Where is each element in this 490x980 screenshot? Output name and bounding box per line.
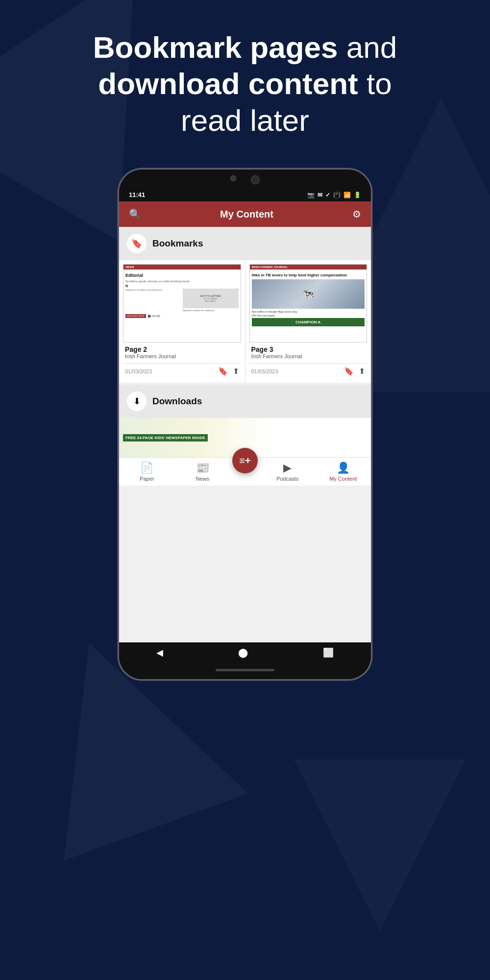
newspaper-sub-1: Numbers speak volumes on cattle finishin…	[125, 280, 239, 283]
bookmark-btn-2[interactable]: 🔖	[344, 367, 354, 376]
download-section-icon: ⬇	[127, 392, 147, 411]
search-icon[interactable]: 🔍	[129, 208, 141, 220]
fab-button[interactable]: ≡+	[232, 448, 258, 473]
phone-wrapper: 11:41 📷 ✉ ✓ 📳 📶 🔋 🔍 My Content ⚙	[0, 158, 490, 681]
paper-nav-icon: 📄	[140, 462, 153, 474]
newspaper-header-bar-2: IRISH FARMER JOURNAL	[250, 265, 367, 270]
status-bar: 11:41 📷 ✉ ✓ 📳 📶 🔋	[119, 188, 371, 201]
card-pub-2: Irish Farmers Journal	[251, 353, 366, 359]
newspaper-header-bar-1: NEWS	[123, 265, 241, 270]
status-time: 11:41	[129, 191, 145, 198]
newspaper-col-1b: SAY IT'S LETTING US GO, SWEET AND SANG! …	[183, 289, 239, 312]
app-title: My Content	[141, 209, 352, 220]
bookmark-card-2[interactable]: IRISH FARMER JOURNAL Hike in TB levies t…	[245, 260, 371, 383]
header-section: Bookmark pages and download content to r…	[0, 0, 490, 158]
bookmark-section-icon: 🔖	[127, 234, 147, 253]
settings-icon[interactable]: ⚙	[352, 208, 361, 220]
podcasts-nav-icon: ▶	[283, 462, 292, 474]
champion-bar: CHAMPION A	[252, 318, 365, 326]
headline-line-3: read later	[181, 103, 309, 137]
card-info-2: Page 3 Irish Farmers Journal	[249, 343, 368, 361]
front-camera-main	[251, 175, 260, 184]
bottom-nav: 📄 Paper 📰 News ≡+ ▶ Podcasts	[119, 457, 371, 486]
newspaper-thumb-2: IRISH FARMER JOURNAL Hike in TB levies t…	[249, 264, 368, 343]
nav-news[interactable]: 📰 News	[175, 462, 231, 482]
card-page-2: Page 3	[251, 345, 366, 353]
volume-button	[118, 258, 119, 282]
phone-chin	[119, 663, 371, 679]
headline-bold-2: download content	[98, 67, 358, 100]
vibrate-status-icon: 📳	[333, 192, 341, 198]
chin-bar	[216, 669, 274, 671]
downloads-title: Downloads	[152, 396, 202, 407]
card-actions-2: 01/03/2023 🔖 ⬆	[249, 363, 368, 379]
phone-nav-bar: ◀ ⬤ ⬜	[119, 642, 371, 663]
app-screen: 🔍 My Content ⚙ 🔖 Bookmarks NE	[119, 201, 371, 642]
card-buttons-1: 🔖 ⬆	[218, 367, 239, 376]
battery-status-icon: 🔋	[354, 192, 361, 198]
nav-my-content[interactable]: 👤 My Content	[316, 462, 371, 482]
recents-button[interactable]: ⬜	[323, 647, 334, 658]
newspaper-col-1a: Department soundbites not growing sector	[125, 289, 181, 312]
card-date-2: 01/03/2023	[251, 368, 278, 374]
nav-podcasts[interactable]: ▶ Podcasts	[260, 462, 316, 482]
bookmarks-grid: NEWS Editorial Numbers speak volumes on …	[119, 260, 371, 383]
power-button	[371, 268, 372, 302]
my-content-nav-label: My Content	[329, 476, 357, 482]
mail-status-icon: ✉	[318, 192, 322, 198]
headline-light-2: to	[358, 67, 392, 100]
newspaper-initial-1: N	[125, 284, 239, 288]
download-icon: ⬇	[133, 396, 141, 407]
card-buttons-2: 🔖 ⬆	[344, 367, 365, 376]
phone-device: 11:41 📷 ✉ ✓ 📳 📶 🔋 🔍 My Content ⚙	[118, 168, 372, 681]
newspaper-cols-1: Department soundbites not growing sector…	[125, 289, 239, 312]
card-actions-1: 01/03/2023 🔖 ⬆	[123, 363, 241, 379]
check-status-icon: ✓	[325, 192, 330, 198]
newspaper-headline-2: Hike in TB levies to help fund higher co…	[252, 273, 365, 278]
card-date-1: 01/03/2023	[125, 368, 152, 374]
bookmark-card-1[interactable]: NEWS Editorial Numbers speak volumes on …	[119, 260, 245, 383]
newspaper-headline-1: Editorial	[125, 273, 239, 278]
bookmark-btn-1[interactable]: 🔖	[218, 367, 228, 376]
share-btn-2[interactable]: ⬆	[359, 367, 365, 376]
card-info-1: Page 2 Irish Farmers Journal	[123, 343, 241, 361]
news-nav-icon: 📰	[196, 462, 209, 474]
app-header: 🔍 My Content ⚙	[119, 201, 371, 227]
card-page-1: Page 2	[125, 345, 239, 353]
newspaper-thumb-1: NEWS Editorial Numbers speak volumes on …	[123, 264, 241, 343]
newspaper-image-2: 🐄	[252, 279, 365, 309]
news-nav-label: News	[196, 476, 209, 482]
camera-status-icon: 📷	[307, 192, 315, 198]
card-pub-1: Irish Farmers Journal	[125, 353, 239, 359]
assistant-button	[371, 312, 372, 331]
home-button[interactable]: ⬤	[238, 647, 248, 658]
bookmarks-section: 🔖 Bookmarks NEWS Editorial Numbers speak…	[119, 227, 371, 383]
headline-bold-1: Bookmark pages	[93, 30, 338, 64]
bookmarks-title: Bookmarks	[152, 238, 203, 249]
bookmark-icon: 🔖	[131, 238, 142, 249]
share-btn-1[interactable]: ⬆	[233, 367, 239, 376]
camera-area	[134, 175, 356, 188]
downloads-header: ⬇ Downloads	[119, 385, 371, 418]
back-button[interactable]: ◀	[156, 647, 163, 658]
front-camera-dot	[230, 175, 236, 181]
bookmarks-header: 🔖 Bookmarks	[119, 227, 371, 260]
headline-light-1: and	[338, 30, 397, 64]
my-content-nav-icon: 👤	[337, 462, 350, 474]
farm-image: 🐄	[252, 279, 365, 309]
fab-icon: ≡+	[239, 455, 250, 466]
wifi-status-icon: 📶	[343, 192, 351, 198]
podcasts-nav-label: Podcasts	[276, 476, 298, 482]
phone-top-bar	[119, 170, 371, 188]
paper-nav-label: Paper	[140, 476, 154, 482]
newspaper-footer-1: EDITOR'S PICK 🅿 379,400	[125, 314, 239, 318]
nav-paper[interactable]: 📄 Paper	[119, 462, 175, 482]
free-badge: FREE 24-PAGE KIDS' NEWSPAPER INSIDE	[123, 434, 208, 441]
newspaper-text-2: New buffers to strangle tillage sector p…	[252, 310, 365, 313]
newspaper-text-3: CBV hits mart boards	[252, 314, 365, 317]
downloads-section: ⬇ Downloads FREE 24-PAGE KIDS' NEWSPAPER…	[119, 385, 371, 457]
status-icons: 📷 ✉ ✓ 📳 📶 🔋	[307, 192, 361, 198]
